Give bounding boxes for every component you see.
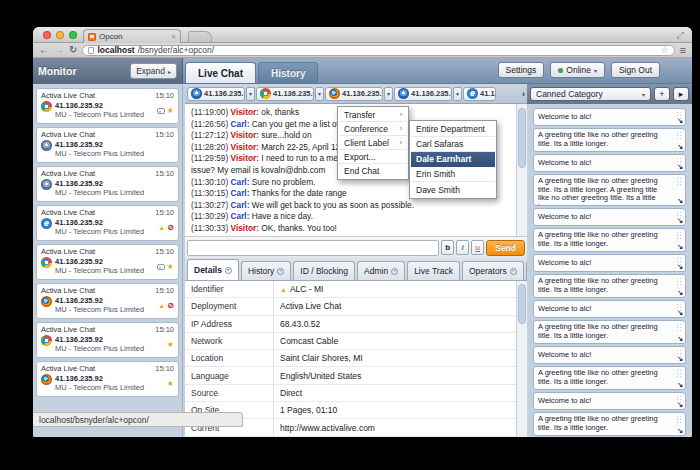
chat-tab-menu-button[interactable]: ▾ <box>384 87 393 101</box>
reload-button[interactable]: ↻ <box>69 45 77 55</box>
canned-message-card[interactable]: Welcome to alc!↘ <box>533 300 686 318</box>
chat-session-tab[interactable]: 41.136.235.92 <box>187 87 245 101</box>
sign-out-button[interactable]: Sign Out <box>611 62 660 78</box>
monitor-chat-card[interactable]: Activa Live Chat15:10 41.136.235.92MU - … <box>36 283 179 319</box>
tab-id-blocking[interactable]: ID / Blocking <box>293 261 355 280</box>
canned-message-card[interactable]: A greeting title like no other greeting … <box>533 228 686 252</box>
canned-message-card[interactable]: A greeting title like no other greeting … <box>533 412 686 436</box>
browser-menu-icon[interactable]: ≡ <box>680 45 686 56</box>
zoom-window-button[interactable] <box>69 31 77 39</box>
settings-button[interactable]: Settings <box>498 62 545 78</box>
drag-handle-icon[interactable] <box>676 131 683 141</box>
drag-handle-icon[interactable] <box>676 231 683 241</box>
underline-button[interactable]: u <box>471 240 484 255</box>
canned-message-card[interactable]: A greeting title like no other greeting … <box>533 274 686 298</box>
browser-tab[interactable]: Opcon × <box>83 29 181 43</box>
chat-session-tab[interactable]: 41.136.235.92 <box>463 87 496 101</box>
insert-arrow-icon[interactable]: ↘ <box>677 117 683 126</box>
minimize-window-button[interactable] <box>56 31 64 39</box>
monitor-chat-card[interactable]: Activa Live Chat15:10 41.136.235.92MU - … <box>36 244 179 280</box>
forward-button[interactable]: → <box>54 45 64 55</box>
menu-item-export[interactable]: Export... <box>339 150 407 164</box>
canned-message-card[interactable]: Welcome to alc!↘ <box>533 392 686 410</box>
add-canned-button[interactable]: + <box>654 87 670 101</box>
bookmark-star-icon[interactable]: ☆ <box>661 45 669 55</box>
tab-history-details[interactable]: History▾ <box>241 261 291 280</box>
drag-handle-icon[interactable] <box>676 369 683 379</box>
monitor-chat-card[interactable]: Activa Live Chat15:10 41.136.235.92MU - … <box>36 127 179 163</box>
tab-history[interactable]: History <box>258 62 318 83</box>
tab-live-chat[interactable]: Live Chat <box>185 62 256 83</box>
monitor-chat-card[interactable]: Activa Live Chat15:10 41.136.235.92MU - … <box>36 361 179 397</box>
canned-message-card[interactable]: Welcome to alc!↘ <box>533 208 686 226</box>
insert-arrow-icon[interactable]: ↘ <box>677 427 683 436</box>
menu-item-end-chat[interactable]: End Chat <box>339 164 407 178</box>
italic-button[interactable]: i <box>456 240 469 255</box>
expand-button[interactable]: Expand▸ <box>130 63 177 79</box>
canned-message-card[interactable]: Welcome to alc!↘ <box>533 154 686 172</box>
new-tab-button[interactable] <box>188 31 212 42</box>
menu-item-transfer[interactable]: Transfer› <box>339 108 407 122</box>
monitor-chat-card[interactable]: Activa Live Chat15:10 41.136.235.92MU - … <box>36 166 179 202</box>
insert-arrow-icon[interactable]: ↘ <box>677 381 683 390</box>
drag-handle-icon[interactable] <box>676 177 683 187</box>
insert-arrow-icon[interactable]: ↘ <box>677 243 683 252</box>
tab-operators[interactable]: Operators▾ <box>462 261 524 280</box>
tab-menu-icon[interactable]: ▾ <box>277 268 284 275</box>
canned-message-card[interactable]: A greeting title like no other greeting … <box>533 320 686 344</box>
close-tab-icon[interactable]: × <box>171 33 176 41</box>
drag-handle-icon[interactable] <box>676 323 683 333</box>
insert-arrow-icon[interactable]: ↘ <box>677 143 683 152</box>
insert-arrow-icon[interactable]: ↘ <box>677 335 683 344</box>
canned-message-card[interactable]: A greeting title like no other greeting … <box>533 128 686 152</box>
collapse-panel-button[interactable]: ▸ <box>673 87 689 101</box>
insert-arrow-icon[interactable]: ↘ <box>677 355 683 364</box>
insert-arrow-icon[interactable]: ↘ <box>677 309 683 318</box>
drag-handle-icon[interactable] <box>676 277 683 287</box>
chat-session-tab[interactable]: 41.136.235.92 <box>394 87 452 101</box>
chat-session-tab[interactable]: 41.136.235.92 <box>325 87 383 101</box>
insert-arrow-icon[interactable]: ↘ <box>677 289 683 298</box>
address-bar[interactable]: localhost/bsnyder/alc+opcon/ ☆ <box>82 45 674 56</box>
chat-tab-menu-button[interactable]: ▾ <box>453 87 462 101</box>
drag-handle-icon[interactable] <box>676 415 683 425</box>
close-window-button[interactable] <box>43 31 51 39</box>
submenu-item-erin-smith[interactable]: Erin Smith <box>411 167 495 182</box>
monitor-chat-card[interactable]: Activa Live Chat15:10 41.136.235.92MU - … <box>36 205 179 241</box>
menu-item-conference[interactable]: Conference› <box>339 122 407 136</box>
tab-details[interactable]: Details▾ <box>187 259 239 280</box>
submenu-item-entire-department[interactable]: Entire Department <box>411 122 495 137</box>
message-input[interactable] <box>187 240 439 256</box>
menu-item-client-label[interactable]: Client Label› <box>339 136 407 150</box>
scrollbar-thumb[interactable] <box>518 108 526 168</box>
tab-admin[interactable]: Admin▾ <box>357 261 405 280</box>
canned-message-card[interactable]: A greeting title like no other greeting … <box>533 366 686 390</box>
tabstrip-overflow-arrow[interactable]: › <box>522 89 525 99</box>
chat-tab-menu-button[interactable]: ▾ <box>246 87 255 101</box>
fullscreen-icon[interactable]: ⤢ <box>677 30 684 41</box>
send-button[interactable]: Send <box>486 240 525 256</box>
canned-message-card[interactable]: Welcome to alc!↘ <box>533 254 686 272</box>
online-status-button[interactable]: Online▾ <box>550 62 605 78</box>
insert-arrow-icon[interactable]: ↘ <box>677 401 683 410</box>
tab-live-track[interactable]: Live Track <box>407 261 460 280</box>
submenu-item-carl-safaras[interactable]: Carl Safaras <box>411 137 495 152</box>
submenu-item-dale-earnhart[interactable]: Dale Earnhart <box>411 152 495 167</box>
tab-menu-icon[interactable]: ▾ <box>225 267 232 274</box>
monitor-chat-card[interactable]: Activa Live Chat15:10 41.136.235.92MU - … <box>36 88 179 124</box>
insert-arrow-icon[interactable]: ↘ <box>677 163 683 172</box>
canned-message-card[interactable]: A greeting title like no other greeting … <box>533 174 686 206</box>
tab-menu-icon[interactable]: ▾ <box>391 268 398 275</box>
bold-button[interactable]: b <box>441 240 454 255</box>
chat-session-tab[interactable]: 41.136.235.92 <box>256 87 314 101</box>
canned-message-card[interactable]: Welcome to alc!↘ <box>533 108 686 126</box>
insert-arrow-icon[interactable]: ↘ <box>677 217 683 226</box>
canned-message-card[interactable]: Welcome to alc!↘ <box>533 346 686 364</box>
tab-menu-icon[interactable]: ▾ <box>510 268 517 275</box>
submenu-item-dave-smith[interactable]: Dave Smith <box>411 182 495 197</box>
chat-tab-menu-button[interactable]: ▾ <box>315 87 324 101</box>
insert-arrow-icon[interactable]: ↘ <box>677 197 683 206</box>
scrollbar-thumb[interactable] <box>518 284 526 324</box>
insert-arrow-icon[interactable]: ↘ <box>677 263 683 272</box>
back-button[interactable]: ← <box>39 45 49 55</box>
